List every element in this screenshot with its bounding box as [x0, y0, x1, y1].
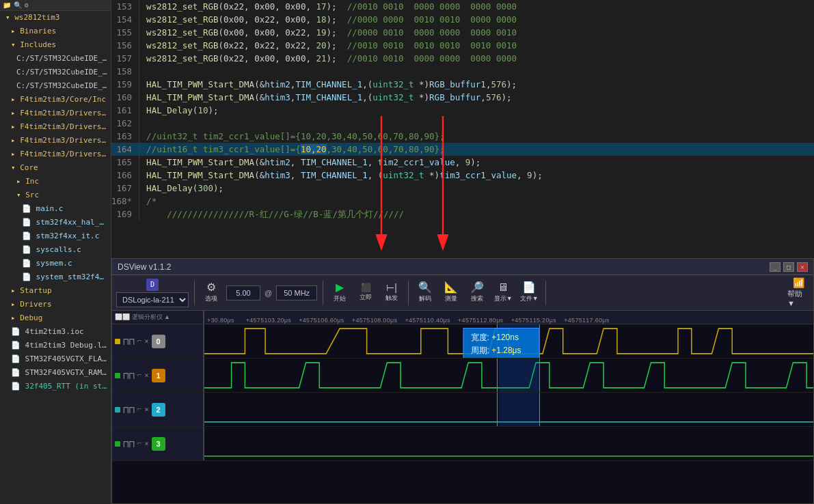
measure-button[interactable]: 📐 测量 [440, 282, 462, 304]
sidebar-item-drv4[interactable]: ▸ F4tim2tim3/Drivers/STM3... [0, 148, 111, 161]
sidebar-toolbar: 📁 🔍 ⚙ [0, 0, 111, 11]
channel-row-0: ⊓⊓ ⌐ × 0 宽度: +12 [112, 324, 813, 359]
timeline-ruler: +30.80μs +4575103.20μs +4575106.60μs +45… [204, 311, 813, 324]
timeline-text: +30.80μs +4575103.20μs +4575106.60μs +45… [204, 317, 610, 324]
toolbar-separator-3 [408, 281, 409, 305]
sample-rate-input[interactable] [276, 285, 317, 300]
line-num: 153 [111, 0, 139, 13]
sidebar-item-flash[interactable]: 📄 STM32F405VGTX_FLAS... [0, 352, 111, 366]
table-row: 165 HAL_TIM_PWM_Start_DMA(&htim2, TIM_CH… [111, 156, 814, 169]
sidebar-item-inc2[interactable]: C:/ST/STM32CubeIDE_1.8... [0, 66, 111, 79]
line-content: //uint32_t tim2_ccr1_value[]={10,20,30,4… [139, 130, 814, 143]
line-num: 154 [111, 13, 139, 26]
help-button[interactable]: 📶 帮助▼ [787, 282, 809, 304]
decode-icon: 🔍 [418, 282, 432, 293]
table-row: 154 ws2812_set_RGB(0x00, 0x22, 0x00, 18)… [111, 13, 814, 26]
file-label: 文件▼ [520, 294, 539, 303]
toolbar-separator-4 [545, 281, 546, 305]
start-button[interactable]: ▶ 开始 [329, 282, 351, 304]
display-label: 显示▼ [494, 294, 513, 303]
sidebar-item-core[interactable]: ▾ Core [0, 161, 111, 175]
table-row: 157 ws2812_set_RGB(0x22, 0x00, 0x00, 21)… [111, 52, 814, 65]
line-content [139, 117, 814, 130]
line-num: 159 [111, 78, 139, 91]
trigger-button[interactable]: ⊢| 触发 [381, 282, 403, 304]
ch3-badge: 3 [152, 437, 165, 451]
sidebar-item-ws2812tim3[interactable]: ▾ ws2812tim3 [0, 11, 111, 25]
channel-row-1: ⊓⊓ ⌐ × 1 [112, 359, 813, 393]
minimize-button[interactable]: _ [770, 262, 781, 272]
channel-label-2: ⊓⊓ ⌐ × 2 [112, 393, 204, 426]
stop-label: 立即 [359, 293, 372, 302]
sidebar-item-it[interactable]: 📄 stm32f4xx_it.c [0, 229, 111, 243]
editor-area: 153 ws2812_set_RGB(0x22, 0x00, 0x00, 17)… [111, 0, 814, 504]
file-button[interactable]: 📄 文件▼ [518, 282, 540, 304]
ch3-x-label: × [144, 440, 148, 447]
search-button[interactable]: 🔎 搜索 [466, 282, 488, 304]
ch1-signal-svg [204, 359, 813, 392]
table-row: 164 //uint16_t tim3_ccr1_value[]={10,20,… [111, 143, 814, 156]
sidebar-item-coreinc[interactable]: ▸ F4tim2tim3/Core/Inc [0, 93, 111, 107]
line-content: ws2812_set_RGB(0x22, 0x00, 0x00, 17); //… [139, 0, 814, 13]
line-content [139, 65, 814, 78]
display-button[interactable]: 🖥 显示▼ [492, 282, 514, 304]
cursor-line-blue-ch1 [539, 359, 540, 392]
cursor-line-orange-ch2 [497, 393, 498, 426]
stop-button[interactable]: ⬛ 立即 [355, 282, 377, 304]
cursor-line-orange-ch1 [497, 359, 498, 392]
dsview-titlebar: DSView v1.1.2 _ □ ✕ [112, 259, 813, 275]
line-num: 165 [111, 156, 139, 169]
sidebar-item-drv1[interactable]: ▸ F4tim2tim3/Drivers/CMSI... [0, 107, 111, 120]
table-row: 160 HAL_TIM_PWM_Start_DMA(&htim3,TIM_CHA… [111, 91, 814, 104]
sidebar-item-drv3[interactable]: ▸ F4tim2tim3/Drivers/STM3... [0, 134, 111, 148]
dsview-channels: ⊓⊓ ⌐ × 0 宽度: +12 [112, 324, 813, 503]
channel-label-0: ⊓⊓ ⌐ × 0 [112, 324, 204, 358]
sidebar-item-debug-launch[interactable]: 📄 4tim2tim3 Debug.laur... [0, 339, 111, 352]
sidebar-item-src[interactable]: ▾ Src [0, 188, 111, 202]
options-button[interactable]: ⚙ 选项 [200, 282, 222, 304]
line-content: HAL_Delay(10); [139, 104, 814, 117]
sidebar-item-inc3[interactable]: C:/ST/STM32CubeIDE_1.8... [0, 79, 111, 93]
freq-at-label: @ [264, 289, 272, 297]
sidebar-item-inc1[interactable]: C:/ST/STM32CubeIDE_1.8... [0, 52, 111, 66]
sidebar-item-system[interactable]: 📄 system_stm32f4x... [0, 270, 111, 284]
sidebar-item-hal-msp[interactable]: 📄 stm32f4xx_hal_msp.c [0, 216, 111, 229]
sidebar-items: ▾ ws2812tim3 ▸ Binaries ▾ Includes C:/ST… [0, 11, 111, 504]
sidebar-item-mainc[interactable]: 📄 main.c [0, 202, 111, 216]
sidebar-item-drivers[interactable]: ▸ Drivers [0, 298, 111, 311]
sidebar-item-rtt[interactable]: 📄 32f405_RTT (in stm32...) [0, 380, 111, 393]
ch0-color [115, 339, 120, 344]
ch2-signal [204, 393, 813, 426]
ch1-x-label: × [144, 372, 148, 379]
ch2-waveform-icon: ⊓⊓ [123, 404, 135, 415]
sidebar-item-binaries[interactable]: ▸ Binaries [0, 25, 111, 38]
sidebar-item-ram[interactable]: 📄 STM32F405VGTX_RAM... [0, 366, 111, 380]
sidebar-item-includes[interactable]: ▾ Includes [0, 38, 111, 52]
meas-freq: 频率: 781.25KHz [471, 357, 532, 358]
line-content: HAL_TIM_PWM_Start_DMA(&htim2, TIM_CHANNE… [139, 156, 814, 169]
ch0-signal: 宽度: +120ns 周期: +1.28μs 频率: 781.25KHz 占空比… [204, 324, 813, 358]
line-num: 164 [111, 143, 139, 156]
ch3-waveform-icon: ⊓⊓ [123, 438, 135, 449]
table-row: 158 [111, 65, 814, 78]
sidebar-item-sysmem[interactable]: 📄 sysmem.c [0, 257, 111, 270]
line-num: 158 [111, 65, 139, 78]
sidebar-item-startup[interactable]: ▸ Startup [0, 284, 111, 298]
close-button[interactable]: ✕ [797, 262, 808, 272]
trigger-label: 触发 [385, 294, 398, 303]
sidebar-item-inc-folder[interactable]: ▸ Inc [0, 175, 111, 188]
decode-button[interactable]: 🔍 解码 [414, 282, 436, 304]
sidebar-item-syscalls[interactable]: 📄 syscalls.c [0, 243, 111, 257]
maximize-button[interactable]: □ [783, 262, 794, 272]
channel-label-1: ⊓⊓ ⌐ × 1 [112, 359, 204, 392]
table-row: 159 HAL_TIM_PWM_Start_DMA(&htim2,TIM_CHA… [111, 78, 814, 91]
freq-value-input[interactable] [226, 285, 260, 300]
toolbar-separator-1 [194, 281, 195, 305]
table-row: 162 [111, 117, 814, 130]
device-select[interactable]: DSLogic-la-211 [116, 292, 189, 307]
line-num: 169 [111, 208, 139, 221]
sidebar-item-ioc[interactable]: 📄 4tim2tim3.ioc [0, 325, 111, 339]
sidebar-item-debug[interactable]: ▸ Debug [0, 311, 111, 325]
measurement-tooltip: 宽度: +120ns 周期: +1.28μs 频率: 781.25KHz 占空比… [463, 328, 540, 358]
sidebar-item-drv2[interactable]: ▸ F4tim2tim3/Drivers/CMSI... [0, 120, 111, 134]
